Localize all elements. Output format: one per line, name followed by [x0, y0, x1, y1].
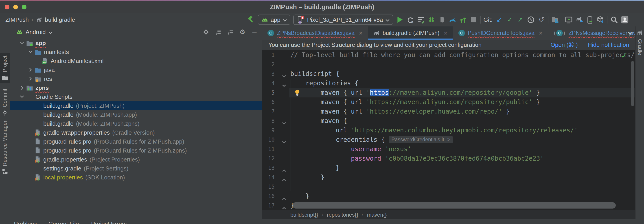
attach-debugger-icon[interactable] [438, 16, 446, 23]
notification-open-link[interactable]: Open (⌘;) [551, 41, 578, 48]
editor-tab[interactable]: build.gradle (ZIMPush)× [368, 26, 453, 40]
code-line[interactable]: password 'c0b08da17e3ec36c3870fed674a0bc… [289, 154, 636, 163]
profiler-button[interactable] [449, 16, 456, 23]
code-line[interactable]: username 'nexus' [289, 144, 636, 154]
running-devices-icon[interactable] [565, 16, 573, 23]
chevron-down-icon[interactable] [28, 50, 35, 54]
tree-item[interactable]: proguard-rules.pro(ProGuard Rules for ZI… [10, 137, 262, 146]
chevron-down-icon[interactable] [48, 29, 52, 36]
code-line[interactable]: repositories { [289, 79, 636, 88]
chevron-right-icon[interactable] [28, 68, 35, 72]
code-line[interactable]: maven { url 'https://maven.aliyun.com/re… [289, 98, 636, 107]
fold-end-icon[interactable] [282, 204, 286, 208]
close-tab-icon[interactable]: × [359, 30, 362, 37]
run-config-select[interactable]: app [258, 14, 290, 25]
editor-tab[interactable]: CPushIDGenerateTools.java× [453, 26, 548, 40]
breadcrumb-file[interactable]: build.gradle [45, 16, 75, 23]
git-push-icon[interactable]: ↗ [516, 16, 524, 23]
code-line[interactable] [289, 182, 636, 192]
git-commit-check-icon[interactable]: ✓ [506, 16, 514, 23]
search-everywhere-icon[interactable] [610, 16, 618, 23]
tree-item[interactable]: build.gradle(Project: ZIMPush) [10, 101, 262, 110]
close-tab-icon[interactable]: × [539, 30, 542, 37]
code-line[interactable]: maven { url 'https://maven.aliyun.com/re… [289, 88, 636, 98]
tree-item[interactable]: Gradle Scripts [10, 92, 262, 101]
gradle-elephant-icon[interactable] [636, 30, 643, 36]
code-line[interactable]: buildscript { [289, 69, 636, 79]
run-tasks-list-icon[interactable] [417, 16, 425, 23]
chevron-right-icon[interactable] [28, 77, 35, 81]
tree-item[interactable]: build.gradle(Module: ZIMPush.app) [10, 110, 262, 119]
tree-item[interactable]: res [10, 74, 262, 83]
run-button[interactable] [396, 16, 404, 23]
breadcrumb-item[interactable]: maven{} [367, 212, 387, 218]
stop-button[interactable] [470, 16, 478, 23]
rollback-icon[interactable]: ↺ [538, 16, 545, 23]
tree-item[interactable]: manifests [10, 47, 262, 56]
tree-item[interactable]: gradle-wrapper.properties(Gradle Version… [10, 128, 262, 137]
settings-gear-icon[interactable]: ⚙ [239, 29, 246, 35]
chevron-down-icon[interactable] [20, 41, 26, 45]
code-line[interactable]: } [289, 163, 636, 173]
history-clock-icon[interactable] [527, 16, 535, 23]
git-update-icon[interactable]: ↙ [496, 16, 503, 23]
code-line[interactable] [289, 60, 636, 69]
hidden-tabs-chevron-icon[interactable] [628, 26, 633, 40]
fold-end-icon[interactable] [282, 194, 286, 199]
tool-button-gradle[interactable]: Gradle [637, 39, 643, 55]
device-select[interactable]: Pixel_3a_API_31_arm64-v8a [293, 14, 393, 25]
tree-item[interactable]: settings.gradle(Project Settings) [10, 164, 262, 173]
sdk-manager-icon[interactable] [597, 16, 604, 23]
expand-all-icon[interactable] [215, 29, 221, 35]
close-tab-icon[interactable]: × [444, 30, 447, 37]
fold-open-icon[interactable] [282, 119, 286, 123]
editor-tab[interactable]: (C)ZPNsMessageReceiver.java× [548, 26, 636, 40]
fold-open-icon[interactable] [282, 138, 286, 142]
tree-item[interactable]: build.gradle(Module: ZIMPush.zpns) [10, 119, 262, 128]
code-line[interactable]: credentials { PasswordCredentials it -> [289, 135, 636, 144]
horizontal-scrollbar[interactable] [292, 202, 616, 209]
apply-code-changes-icon[interactable] [459, 16, 467, 23]
apply-activity-changes-icon[interactable]: A [406, 16, 414, 23]
device-manager-icon[interactable] [586, 16, 594, 23]
code-line[interactable]: maven { [289, 116, 636, 126]
code-line[interactable]: maven { url 'https://developer.huawei.co… [289, 107, 636, 116]
code-line[interactable]: // Top-level build file where you can ad… [289, 50, 636, 60]
tool-button-resource-manager[interactable]: Resource Manager [0, 120, 10, 175]
breadcrumb-item[interactable]: buildscript{} [290, 212, 318, 218]
notification-hide-link[interactable]: Hide notification [588, 41, 629, 48]
code-lines[interactable]: // Top-level build file where you can ad… [289, 50, 636, 210]
tree-item[interactable]: proguard-rules.pro(ProGuard Rules for ZI… [10, 146, 262, 155]
inspections-ok-icon[interactable]: ✓ [621, 51, 628, 60]
tree-item[interactable]: MFAndroidManifest.xml [10, 56, 262, 65]
build-hammer-icon[interactable] [247, 16, 255, 23]
collapse-all-icon[interactable] [227, 29, 233, 35]
project-view-selector[interactable]: Android [26, 29, 46, 36]
tab-current-file[interactable]: Current File [48, 221, 79, 224]
tool-button-project[interactable]: Project [0, 53, 10, 83]
chevron-down-icon[interactable] [20, 95, 26, 99]
code-line[interactable]: } [289, 192, 636, 201]
profile-avatar[interactable] [621, 16, 628, 23]
project-structure-icon[interactable] [551, 16, 559, 23]
breadcrumb-item[interactable]: repositories{} [327, 212, 358, 218]
tree-item[interactable]: zpns [10, 83, 262, 92]
tree-item[interactable]: java [10, 65, 262, 74]
tree-item[interactable]: app [10, 38, 262, 47]
fold-end-icon[interactable] [282, 175, 286, 180]
vertical-scrollbar[interactable] [631, 61, 634, 106]
tree-item[interactable]: local.properties(SDK Location) [10, 173, 262, 182]
breadcrumb-project[interactable]: ZIMPush [6, 16, 29, 23]
code-line[interactable]: } [289, 173, 636, 182]
tool-button-commit[interactable]: Commit [0, 89, 10, 116]
hide-panel-icon[interactable]: − [251, 29, 258, 35]
intention-bulb-icon[interactable] [294, 89, 301, 96]
fold-open-icon[interactable] [282, 72, 286, 76]
fold-open-icon[interactable] [282, 81, 286, 86]
code-line[interactable]: url 'https://maven.columbus.heytapmobi.c… [289, 126, 636, 135]
chevron-right-icon[interactable] [20, 86, 26, 90]
code-editor[interactable]: 1234567891011121314151617 // Top-level b… [262, 50, 636, 210]
debug-button[interactable] [428, 16, 435, 23]
fold-end-icon[interactable] [282, 166, 286, 170]
tree-item[interactable]: gradle.properties(Project Properties) [10, 155, 262, 164]
